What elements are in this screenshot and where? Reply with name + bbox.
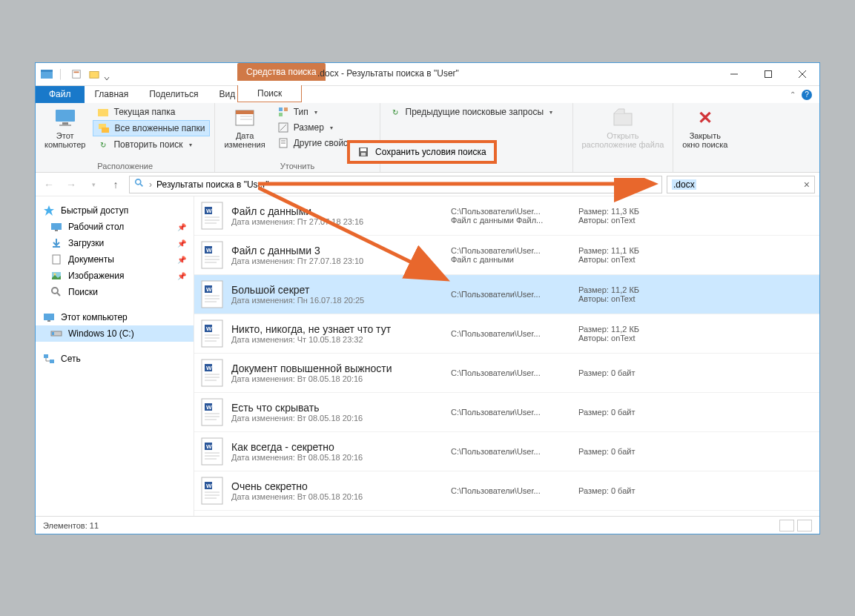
svg-rect-70 [202,360,222,386]
save-search-callout[interactable]: Сохранить условия поиска [347,140,497,164]
calendar-icon [233,106,257,130]
word-doc-icon: W [200,279,224,309]
word-doc-icon: W [200,358,224,388]
status-count-label: Элементов: [43,521,88,530]
result-row[interactable]: W Файл с данными 3 Дата изменения: Пт 27… [194,236,819,275]
sidebar-network[interactable]: Сеть [36,351,194,367]
date-modified-button[interactable]: Дата изменения [219,105,269,150]
file-date: Дата изменения: Пт 27.07.18 23:16 [231,217,443,226]
collapse-ribbon-icon[interactable]: ⌃ [790,90,796,99]
result-row[interactable]: W Никто, никогда, не узнает что тут Дата… [194,314,819,354]
clear-search-icon[interactable]: × [804,179,810,191]
file-path: C:\Пользователи\User... [451,246,571,255]
up-button[interactable]: ↑ [107,176,125,193]
help-icon[interactable]: ? [802,90,812,100]
repeat-search-button[interactable]: ↻ Повторить поиск ▾ [93,137,210,152]
file-date: Дата изменения: Вт 08.05.18 20:16 [231,492,443,501]
type-button[interactable]: Тип ▾ [273,105,375,119]
result-row[interactable]: W Очень секретно Дата изменения: Вт 08.0… [194,471,819,511]
result-row[interactable]: W Документ повышенной выжности Дата изме… [194,354,819,393]
qa-properties-icon[interactable] [68,66,85,82]
recent-dropdown[interactable]: ▾ [85,176,102,193]
sidebar-desktop[interactable]: Рабочий стол 📌 [36,219,194,235]
result-row[interactable]: W Как всегда - секретно Дата изменения: … [194,432,819,471]
sidebar-label: Изображения [68,271,124,281]
all-subfolders-label: Все вложенные папки [114,123,205,133]
view-details-button[interactable] [779,520,794,531]
svg-rect-45 [50,360,54,363]
folder-open-icon [611,106,635,130]
sidebar-documents[interactable]: Документы 📌 [36,251,194,268]
file-size: Размер: 0 байт [578,408,690,417]
file-name: Никто, никогда, не узнает что тут [231,323,443,335]
svg-rect-41 [47,320,50,322]
file-path2: Файл с данными Файл... [451,216,571,225]
sidebar-this-pc[interactable]: Этот компьютер [36,309,194,325]
maximize-button[interactable] [751,63,785,85]
tab-search[interactable]: Поиск [237,85,302,102]
svg-text:W: W [206,247,212,254]
svg-text:W: W [206,404,212,411]
previous-searches-label: Предыдущие поисковые запросы [406,107,544,117]
svg-rect-33 [55,230,58,231]
all-subfolders-button[interactable]: Все вложенные папки [93,120,210,136]
back-button[interactable]: ← [40,176,58,193]
result-row[interactable]: W Файл с данными Дата изменения: Пт 27.0… [194,196,819,236]
properties-icon [277,137,289,149]
ribbon-group-close: ✕ Закрыть окно поиска [673,103,736,172]
result-row[interactable]: W Есть что скрывать Дата изменения: Вт 0… [194,393,819,432]
view-tiles-button[interactable] [797,520,812,531]
status-count: 11 [90,521,99,530]
svg-rect-21 [279,113,283,116]
folder-icon [97,106,109,118]
file-name: Файл с данными [231,205,443,217]
size-icon [277,122,289,133]
previous-searches-button[interactable]: ↻ Предыдущие поисковые запросы ▾ [385,105,558,119]
tab-search-wrap: Поиск [237,85,302,102]
minimize-button[interactable] [717,63,751,85]
date-modified-label: Дата изменения [224,131,265,149]
file-date: Дата изменения: Пт 27.07.18 23:10 [231,256,443,265]
size-button[interactable]: Размер ▾ [273,120,375,135]
current-folder-button[interactable]: Текущая папка [93,105,210,119]
svg-line-31 [140,184,143,187]
sidebar-quick-access[interactable]: Быстрый доступ [36,202,194,219]
pin-icon: 📌 [177,256,186,264]
word-doc-icon: W [200,397,224,427]
result-row[interactable]: W Секретно Дата изменения: Вт 08.05.18 2… [194,511,819,516]
tab-file[interactable]: Файл [36,86,85,103]
svg-rect-35 [53,255,60,264]
sidebar-downloads[interactable]: Загрузки 📌 [36,235,194,251]
size-label: Размер [294,122,324,133]
drive-icon [50,328,62,340]
file-size: Размер: 11,3 КБ [578,207,690,216]
tab-home[interactable]: Главная [85,86,139,103]
file-size: Размер: 11,2 КБ [578,325,690,334]
svg-text:W: W [206,325,212,332]
explorer-icon [40,67,53,81]
file-size: Размер: 11,2 КБ [578,285,690,294]
sidebar-drive-c[interactable]: Windows 10 (C:) [36,325,194,342]
computer-icon [43,311,55,323]
file-size: Размер: 11,1 КБ [578,246,690,255]
sidebar-label: Документы [68,254,114,265]
close-button[interactable] [785,63,819,85]
svg-point-30 [136,179,141,185]
breadcrumb[interactable]: › Результаты поиска в "User" [129,176,662,193]
svg-rect-52 [202,242,222,268]
qa-dropdown-icon[interactable] [104,71,110,77]
qa-newfolder-icon[interactable] [86,66,102,82]
sidebar-searches[interactable]: Поиски [36,284,194,300]
this-pc-button[interactable]: Этот компьютер [40,105,90,150]
open-location-button[interactable]: Открыть расположение файла [578,105,669,150]
titlebar: │ Средства поиска .docx - Результаты пои… [36,63,819,85]
close-search-button[interactable]: ✕ Закрыть окно поиска [678,105,732,150]
tab-share[interactable]: Поделиться [139,86,208,103]
sidebar-pictures[interactable]: Изображения 📌 [36,268,194,284]
result-row[interactable]: W Большой секрет Дата изменения: Пн 16.0… [194,275,819,314]
search-input[interactable]: .docx × [667,176,815,193]
file-date: Дата изменения: Чт 10.05.18 23:32 [231,335,443,344]
quick-access-toolbar: │ [36,66,110,82]
forward-button[interactable]: → [62,176,80,193]
svg-rect-12 [98,109,108,116]
